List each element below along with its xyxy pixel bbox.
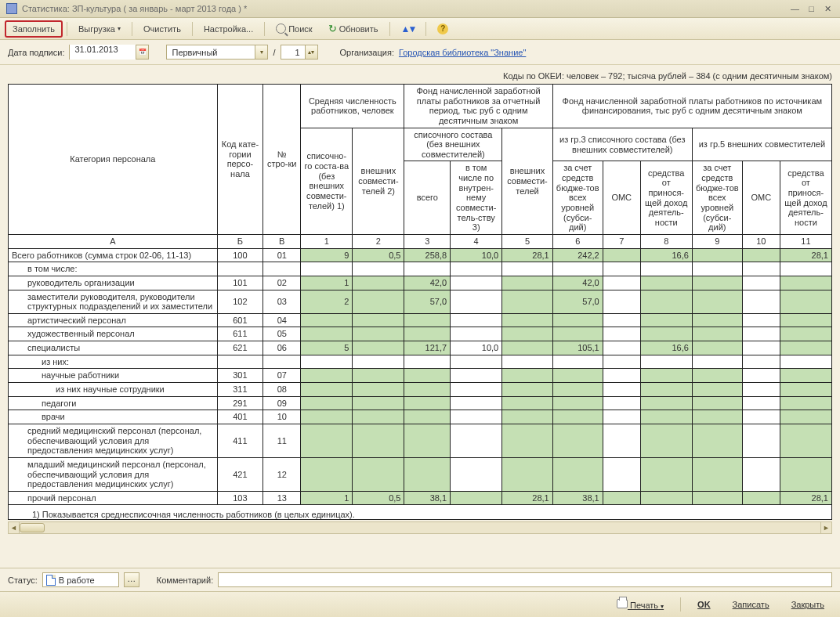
cell-value[interactable]: 42,0 (552, 276, 603, 290)
cell-value[interactable] (353, 383, 404, 397)
save-button[interactable]: Записать (725, 597, 777, 612)
cell-value[interactable] (742, 396, 780, 410)
cell-value[interactable]: 1 (301, 491, 353, 505)
calendar-icon[interactable]: 📅 (136, 45, 148, 59)
cell-value[interactable] (692, 262, 742, 276)
cell-value[interactable] (692, 383, 742, 397)
cell-category[interactable]: Всего работников (сумма строк 02-06, 11-… (9, 248, 218, 262)
table-row[interactable]: педагоги29109 (9, 396, 832, 410)
cell-category[interactable]: артистический персонал (9, 313, 218, 327)
cell-value[interactable] (742, 491, 780, 505)
cell-value[interactable] (552, 313, 603, 327)
cell-code[interactable] (217, 262, 263, 276)
cell-value[interactable]: 0,5 (353, 491, 404, 505)
cell-value[interactable] (742, 457, 780, 491)
cell-value[interactable] (603, 248, 640, 262)
minimize-button[interactable]: — (789, 4, 801, 14)
cell-value[interactable] (502, 410, 553, 424)
cell-value[interactable] (502, 327, 553, 341)
cell-value[interactable]: 57,0 (404, 290, 451, 313)
cell-value[interactable] (353, 355, 404, 369)
print-button[interactable]: Печать ▾ (609, 597, 672, 612)
cell-code[interactable]: 601 (217, 313, 263, 327)
scroll-left-icon[interactable]: ◄ (9, 522, 20, 533)
cell-category[interactable]: заместители руководителя, руководители с… (9, 290, 218, 313)
cell-value[interactable] (742, 410, 780, 424)
cell-value[interactable] (640, 410, 692, 424)
cell-value[interactable] (780, 369, 831, 383)
cell-category[interactable]: из них научные сотрудники (9, 383, 218, 397)
cell-value[interactable] (301, 457, 353, 491)
cell-rownum[interactable]: 11 (263, 424, 301, 457)
cell-rownum[interactable]: 10 (263, 410, 301, 424)
cell-value[interactable] (640, 457, 692, 491)
cell-value[interactable]: 10,0 (451, 341, 502, 355)
cell-value[interactable] (404, 424, 451, 457)
cell-code[interactable]: 311 (217, 383, 263, 397)
scroll-right-icon[interactable]: ► (820, 522, 831, 533)
cell-rownum[interactable]: 05 (263, 327, 301, 341)
table-row[interactable]: средний медицинский персонал (персонал, … (9, 424, 832, 457)
cell-rownum[interactable]: 09 (263, 396, 301, 410)
cell-rownum[interactable]: 06 (263, 341, 301, 355)
cell-value[interactable] (552, 396, 603, 410)
cell-value[interactable] (603, 290, 640, 313)
cell-code[interactable]: 421 (217, 457, 263, 491)
cell-value[interactable] (552, 369, 603, 383)
cell-value[interactable] (404, 410, 451, 424)
cell-value[interactable] (780, 313, 831, 327)
table-row[interactable]: из них научные сотрудники31108 (9, 383, 832, 397)
cell-value[interactable] (640, 327, 692, 341)
cell-value[interactable] (404, 383, 451, 397)
cell-value[interactable] (780, 262, 831, 276)
comment-input[interactable] (218, 572, 832, 587)
cell-value[interactable] (640, 355, 692, 369)
cell-value[interactable] (552, 410, 603, 424)
cell-value[interactable] (502, 276, 553, 290)
cell-value[interactable] (640, 276, 692, 290)
cell-value[interactable] (502, 355, 553, 369)
cell-rownum[interactable] (263, 355, 301, 369)
cell-value[interactable] (742, 327, 780, 341)
cell-rownum[interactable]: 07 (263, 369, 301, 383)
table-row[interactable]: из них: (9, 355, 832, 369)
cell-value[interactable] (404, 355, 451, 369)
table-row[interactable]: художественный персонал61105 (9, 327, 832, 341)
cell-value[interactable] (451, 383, 502, 397)
status-field[interactable]: В работе (42, 572, 119, 587)
cell-value[interactable] (692, 410, 742, 424)
cell-value[interactable] (353, 396, 404, 410)
cell-category[interactable]: руководитель организации (9, 276, 218, 290)
cell-value[interactable] (502, 457, 553, 491)
cell-value[interactable]: 57,0 (552, 290, 603, 313)
cell-value[interactable] (742, 276, 780, 290)
cell-value[interactable] (353, 262, 404, 276)
maximize-button[interactable]: □ (806, 4, 817, 14)
cell-code[interactable]: 101 (217, 276, 263, 290)
cell-value[interactable]: 38,1 (404, 491, 451, 505)
fill-button[interactable]: Заполнить (5, 20, 63, 38)
cell-value[interactable] (502, 313, 553, 327)
cell-value[interactable] (301, 410, 353, 424)
cell-value[interactable] (603, 491, 640, 505)
cell-value[interactable] (552, 355, 603, 369)
cell-value[interactable] (502, 341, 553, 355)
cell-value[interactable]: 0,5 (353, 248, 404, 262)
cell-code[interactable]: 301 (217, 369, 263, 383)
horizontal-scrollbar[interactable]: ◄ ► (8, 521, 832, 534)
help-button[interactable]: ? (430, 20, 455, 38)
cell-value[interactable] (404, 327, 451, 341)
seq-input[interactable]: 1 ▴▾ (281, 45, 318, 60)
org-link[interactable]: Городская библиотека "Знание" (399, 48, 526, 57)
cell-rownum[interactable]: 03 (263, 290, 301, 313)
cell-value[interactable] (780, 276, 831, 290)
cell-rownum[interactable]: 04 (263, 313, 301, 327)
cell-rownum[interactable]: 01 (263, 248, 301, 262)
cell-value[interactable] (451, 457, 502, 491)
table-row[interactable]: специалисты621065121,710,0105,116,6 (9, 341, 832, 355)
cell-value[interactable]: 38,1 (552, 491, 603, 505)
cell-value[interactable] (502, 262, 553, 276)
table-row[interactable]: врачи40110 (9, 410, 832, 424)
cell-value[interactable] (603, 369, 640, 383)
cell-code[interactable]: 103 (217, 491, 263, 505)
